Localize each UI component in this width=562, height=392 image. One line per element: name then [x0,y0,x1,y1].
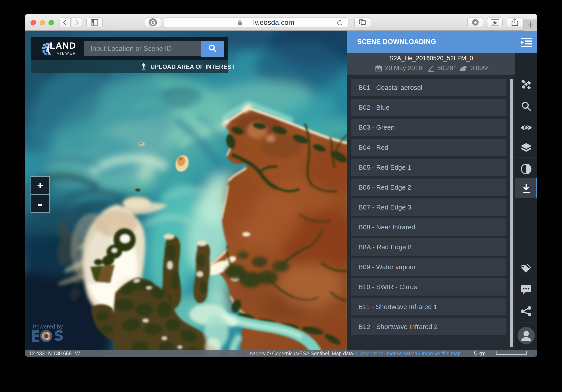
svg-text:G: G [150,19,155,26]
